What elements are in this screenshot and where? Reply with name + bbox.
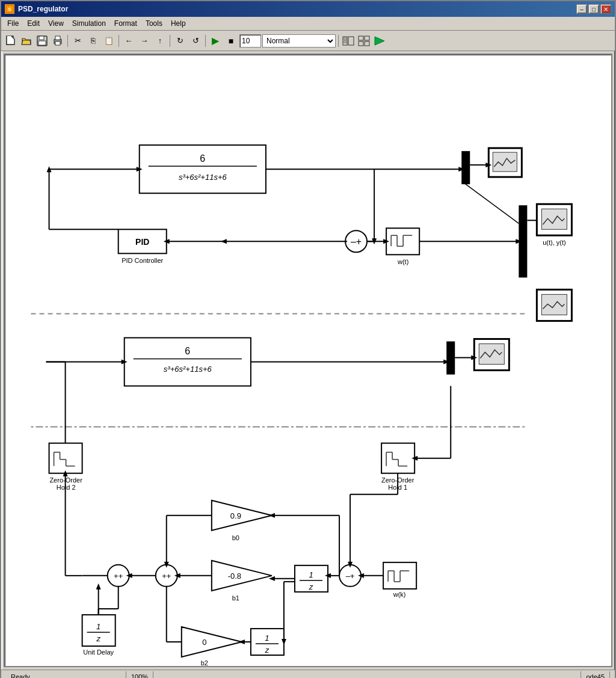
simulink-btn[interactable] [372, 34, 387, 48]
zoh-1[interactable] [381, 443, 414, 473]
svg-marker-147 [239, 639, 245, 644]
wk-label: w(k) [393, 591, 406, 598]
svg-text:6: 6 [185, 346, 190, 356]
gain-b1[interactable]: -0.8 [212, 561, 272, 591]
window-title: PSD_regulator [18, 5, 68, 13]
status-middle [153, 671, 581, 678]
scope2-label: u(t), y(t) [543, 239, 565, 246]
gain-b0[interactable]: 0.9 [212, 501, 272, 531]
svg-rect-40 [541, 294, 567, 315]
new-button[interactable] [4, 34, 18, 48]
menu-simulation[interactable]: Simulation [69, 18, 109, 29]
menu-tools[interactable]: Tools [142, 18, 166, 29]
b1-label: b1 [232, 594, 239, 602]
up-button[interactable]: ↑ [153, 34, 167, 48]
svg-text:1: 1 [265, 633, 269, 643]
wt-label: w(t) [397, 258, 408, 265]
scope-3[interactable] [537, 289, 571, 321]
svg-text:s³+6s²+11s+6: s³+6s²+11s+6 [164, 365, 212, 374]
transfer-fn-2[interactable]: 6 s³+6s²+11s+6 [125, 337, 251, 386]
svg-line-107 [461, 181, 519, 223]
svg-text:z: z [265, 646, 270, 655]
canvas-area: 6 s³+6s²+11s+6 PID PID Controller –+ [4, 54, 612, 667]
svg-marker-70 [182, 627, 242, 657]
run-button[interactable]: ▶ [208, 34, 223, 48]
svg-rect-12 [348, 37, 354, 45]
close-button[interactable]: ✕ [600, 4, 611, 14]
svg-text:PID: PID [135, 237, 149, 247]
copy-button[interactable]: ⎘ [86, 34, 100, 48]
diagram-svg: 6 s³+6s²+11s+6 PID PID Controller –+ [5, 55, 611, 666]
svg-rect-10 [344, 38, 346, 40]
unit-delay-main[interactable]: 1 z [82, 615, 116, 646]
status-ready: Ready [6, 671, 126, 678]
undo-button[interactable]: ← [122, 34, 136, 48]
library-btn[interactable] [341, 34, 356, 48]
unit-delay-b2[interactable]: 1 z [251, 629, 284, 655]
mux-3[interactable] [446, 341, 455, 374]
svg-text:–+: –+ [346, 572, 355, 581]
sum-block-3[interactable]: ++ [156, 565, 177, 587]
save-button[interactable] [35, 34, 49, 48]
pid-block[interactable]: PID [119, 229, 167, 253]
svg-text:6: 6 [200, 153, 205, 164]
svg-rect-45 [446, 341, 455, 374]
svg-text:z: z [96, 634, 100, 643]
zoh2-label: Zero-Order [49, 476, 82, 484]
svg-text:-0.8: -0.8 [228, 572, 241, 581]
transfer-fn-1[interactable]: 6 s³+6s²+11s+6 [140, 145, 266, 193]
rotate-ccw[interactable]: ↺ [188, 34, 203, 48]
sim-time-input[interactable] [239, 34, 261, 48]
svg-text:0: 0 [202, 638, 206, 647]
rotate-cw[interactable]: ↻ [173, 34, 187, 48]
restore-button[interactable]: □ [588, 4, 599, 14]
sim-mode-select[interactable]: Normal Accelerator Rapid Accelerator Ext… [262, 34, 336, 48]
svg-rect-41 [125, 337, 251, 386]
sum-block-1[interactable]: –+ [345, 230, 367, 252]
svg-text:1: 1 [309, 570, 313, 579]
svg-rect-7 [55, 36, 60, 40]
sum-block-2[interactable]: ++ [108, 565, 129, 587]
svg-text:1: 1 [96, 622, 100, 631]
separator-1 [67, 35, 68, 47]
minimize-button[interactable]: – [576, 4, 587, 14]
cut-button[interactable]: ✂ [70, 34, 85, 48]
paste-button[interactable]: 📋 [102, 34, 116, 48]
gain-b2[interactable]: 0 [182, 627, 242, 657]
svg-rect-33 [461, 151, 470, 184]
redo-button[interactable]: → [137, 34, 152, 48]
svg-marker-62 [212, 501, 272, 531]
open-button[interactable] [19, 34, 34, 48]
svg-rect-13 [359, 36, 363, 40]
menu-help[interactable]: Help [167, 18, 189, 29]
menu-bar: File Edit View Simulation Format Tools H… [1, 17, 615, 31]
svg-text:–+: –+ [351, 236, 362, 247]
scope-1[interactable] [488, 148, 522, 177]
app-icon: S [5, 4, 14, 14]
unit-delay-b1[interactable]: 1 z [295, 566, 328, 592]
stop-button[interactable]: ■ [224, 34, 238, 48]
sum-block-4[interactable]: –+ [339, 565, 361, 587]
separator-2 [119, 35, 119, 47]
svg-rect-11 [344, 41, 346, 43]
svg-text:0.9: 0.9 [230, 511, 241, 520]
svg-rect-5 [38, 41, 46, 45]
menu-view[interactable]: View [45, 18, 67, 29]
svg-text:s³+6s²+11s+6: s³+6s²+11s+6 [179, 173, 227, 182]
status-solver: ode45 [581, 671, 610, 678]
print-button[interactable] [51, 34, 65, 48]
model-browser-btn[interactable] [357, 34, 371, 48]
wt-block[interactable] [386, 228, 419, 254]
menu-format[interactable]: Format [111, 18, 141, 29]
menu-file[interactable]: File [4, 18, 22, 29]
scope-4[interactable] [474, 339, 509, 370]
scope-2[interactable] [537, 204, 571, 235]
zoh-2[interactable] [49, 443, 82, 473]
main-window: S PSD_regulator – □ ✕ File Edit View Sim… [0, 0, 616, 678]
mux-1[interactable] [461, 151, 470, 184]
menu-edit[interactable]: Edit [23, 18, 43, 29]
svg-marker-64 [212, 561, 272, 591]
svg-rect-8 [55, 42, 60, 45]
wk-block[interactable] [383, 562, 416, 589]
pid-label: PID Controller [122, 257, 163, 264]
